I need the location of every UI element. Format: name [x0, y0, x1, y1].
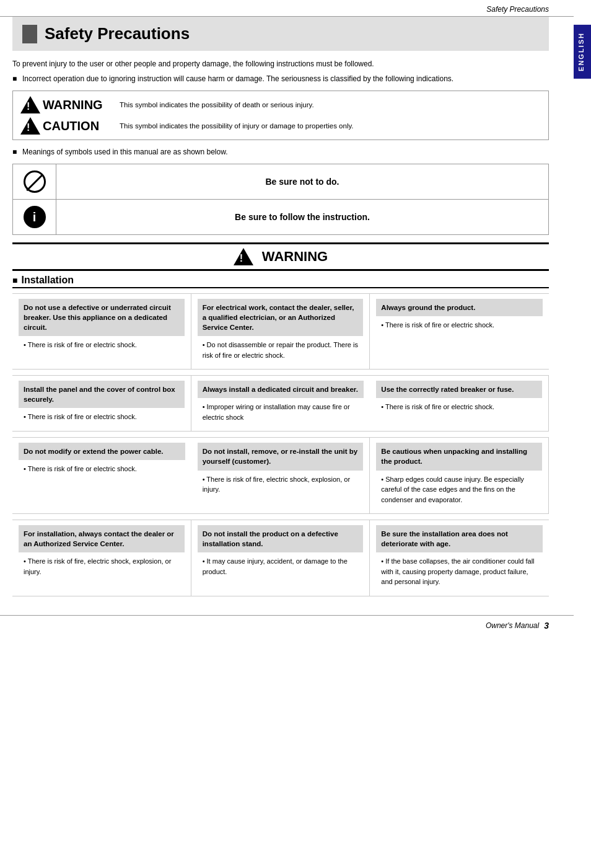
notice-box: WARNING This symbol indicates the possib… [12, 91, 549, 140]
installation-grid: Do not use a defective or underrated cir… [12, 293, 549, 596]
caution-text: CAUTION [43, 119, 99, 133]
banner-triangle-icon [234, 248, 253, 265]
caution-row: CAUTION This symbol indicates the possib… [20, 117, 541, 135]
install-cell-header-0: Do not use a defective or underrated cir… [19, 299, 185, 336]
row-spacer-2 [12, 370, 549, 376]
install-cell-body-1: • Do not disassemble or repair the produ… [198, 340, 364, 364]
warning-row: WARNING This symbol indicates the possib… [20, 96, 541, 113]
install-cell-body-4: • Improper wiring or installation may ca… [198, 402, 364, 426]
warning-banner: WARNING [12, 242, 549, 271]
install-cell-header-3: Install the panel and the cover of contr… [19, 381, 185, 408]
install-cell-5: Use the correctly rated breaker or fuse.… [370, 376, 549, 432]
title-box-decoration [22, 25, 37, 43]
install-cell-0: Do not use a defective or underrated cir… [12, 294, 191, 370]
install-cell-2: Always ground the product.• There is ris… [370, 294, 549, 370]
footer-text: Owner's Manual [486, 621, 539, 630]
install-cell-body-9: • There is risk of fire, electric shock,… [19, 556, 185, 580]
no-do-symbol-cell [13, 164, 56, 199]
install-cell-8: Be cautious when unpacking and installin… [370, 438, 549, 514]
install-cell-header-2: Always ground the product. [376, 299, 543, 316]
main-content: Safety Precautions To prevent injury to … [0, 17, 574, 609]
intro-text1: To prevent injury to the user or other p… [12, 58, 549, 69]
install-cell-header-7: Do not install, remove, or re-install th… [198, 443, 364, 470]
install-cell-body-3: • There is risk of fire or electric shoc… [19, 412, 185, 426]
install-cell-body-2: • There is risk of fire or electric shoc… [376, 320, 543, 334]
caution-label: CAUTION [20, 117, 120, 135]
footer-page: 3 [544, 621, 549, 631]
install-cell-body-7: • There is risk of fire, electric shock,… [198, 474, 364, 498]
install-cell-1: For electrical work, contact the dealer,… [191, 294, 370, 370]
install-cell-6: Do not modify or extend the power cable.… [12, 438, 191, 514]
installation-label: Installation [21, 275, 73, 286]
page-header: Safety Precautions [0, 0, 574, 17]
follow-symbol-cell: i [13, 200, 56, 234]
symbols-intro: Meanings of symbols used in this manual … [12, 146, 549, 157]
caution-triangle-icon [20, 117, 40, 135]
no-do-row: Be sure not to do. [13, 164, 548, 200]
installation-section-header: Installation [12, 275, 549, 288]
install-cell-3: Install the panel and the cover of contr… [12, 376, 191, 432]
warning-banner-label: WARNING [234, 248, 328, 265]
install-cell-body-8: • Sharp edges could cause injury. Be esp… [376, 474, 542, 509]
install-cell-body-10: • It may cause injury, accident, or dama… [198, 556, 364, 580]
page-footer: Owner's Manual 3 [0, 615, 574, 633]
install-cell-header-9: For installation, always contact the dea… [19, 525, 185, 552]
install-cell-header-5: Use the correctly rated breaker or fuse. [376, 381, 542, 398]
intro-text2: Incorrect operation due to ignoring inst… [12, 73, 549, 84]
install-cell-7: Do not install, remove, or re-install th… [191, 438, 370, 514]
install-cell-body-6: • There is risk of fire or electric shoc… [19, 464, 185, 478]
page-title: Safety Precautions [45, 24, 190, 43]
warning-desc: This symbol indicates the possibility of… [120, 100, 314, 110]
install-cell-4: Always install a dedicated circuit and b… [191, 376, 370, 432]
header-title: Safety Precautions [486, 5, 549, 14]
install-cell-9: For installation, always contact the dea… [12, 520, 191, 596]
follow-row: i Be sure to follow the instruction. [13, 200, 548, 234]
install-cell-header-10: Do not install the product on a defectiv… [198, 525, 364, 552]
no-do-text: Be sure not to do. [56, 164, 548, 199]
banner-text: WARNING [262, 249, 328, 265]
install-cell-body-5: • There is risk of fire or electric shoc… [376, 402, 542, 416]
install-cell-header-8: Be cautious when unpacking and installin… [376, 443, 542, 470]
row-spacer-5 [12, 432, 549, 438]
install-cell-header-4: Always install a dedicated circuit and b… [198, 381, 364, 398]
no-do-circle-icon [24, 170, 46, 193]
warning-triangle-icon [20, 96, 40, 113]
follow-text: Be sure to follow the instruction. [56, 200, 548, 234]
follow-circle-icon: i [24, 206, 46, 228]
install-cell-header-6: Do not modify or extend the power cable. [19, 443, 185, 460]
side-tab: ENGLISH [574, 25, 591, 79]
title-section: Safety Precautions [12, 17, 549, 51]
install-cell-10: Do not install the product on a defectiv… [191, 520, 370, 596]
caution-desc: This symbol indicates the possibility of… [120, 121, 354, 131]
row-spacer-8 [12, 514, 549, 520]
install-cell-header-11: Be sure the installation area does not d… [376, 525, 543, 552]
symbol-table: Be sure not to do. i Be sure to follow t… [12, 164, 549, 235]
install-cell-body-0: • There is risk of fire or electric shoc… [19, 340, 185, 354]
side-tab-label: ENGLISH [577, 32, 585, 71]
install-cell-11: Be sure the installation area does not d… [370, 520, 549, 596]
warning-text: WARNING [43, 98, 103, 112]
install-cell-body-11: • If the base collapses, the air conditi… [376, 556, 543, 591]
warning-label: WARNING [20, 96, 120, 113]
install-cell-header-1: For electrical work, contact the dealer,… [198, 299, 364, 336]
